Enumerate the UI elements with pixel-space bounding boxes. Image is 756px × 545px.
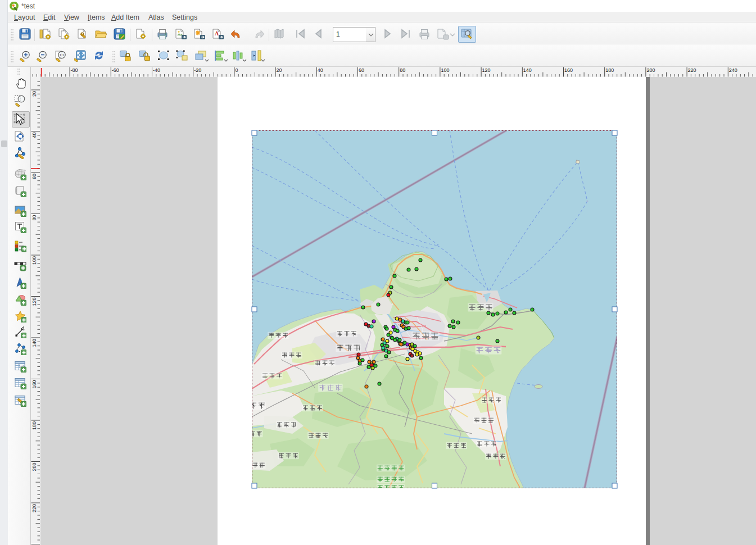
svg-text:100: 100 [441,67,449,73]
svg-text:-60: -60 [112,67,119,73]
svg-text:0: 0 [235,67,238,73]
svg-text:160: 160 [31,380,37,389]
svg-text:-40: -40 [153,67,160,73]
svg-text:80: 80 [31,215,37,221]
svg-text:80: 80 [400,67,405,73]
svg-text:120: 120 [482,67,491,73]
svg-text:180: 180 [31,421,37,430]
svg-text:120: 120 [31,298,37,306]
svg-text:180: 180 [605,67,614,73]
svg-text:220: 220 [31,504,37,512]
svg-text:60: 60 [31,174,37,179]
svg-text:40: 40 [318,67,323,73]
svg-text:20: 20 [31,91,37,97]
svg-text:40: 40 [31,133,37,138]
svg-text:-20: -20 [194,67,201,73]
svg-text:200: 200 [31,463,37,471]
svg-text:140: 140 [523,67,532,73]
svg-text:-80: -80 [71,67,78,73]
svg-text:240: 240 [729,67,737,73]
svg-text:140: 140 [31,339,37,347]
svg-text:60: 60 [359,67,364,73]
svg-text:220: 220 [688,67,696,73]
svg-text:A: A [215,30,219,37]
svg-text:20: 20 [277,67,282,73]
svg-text:160: 160 [564,67,573,73]
svg-text:100: 100 [31,256,37,265]
svg-text:200: 200 [646,67,655,73]
svg-text:1:1: 1:1 [60,53,65,57]
